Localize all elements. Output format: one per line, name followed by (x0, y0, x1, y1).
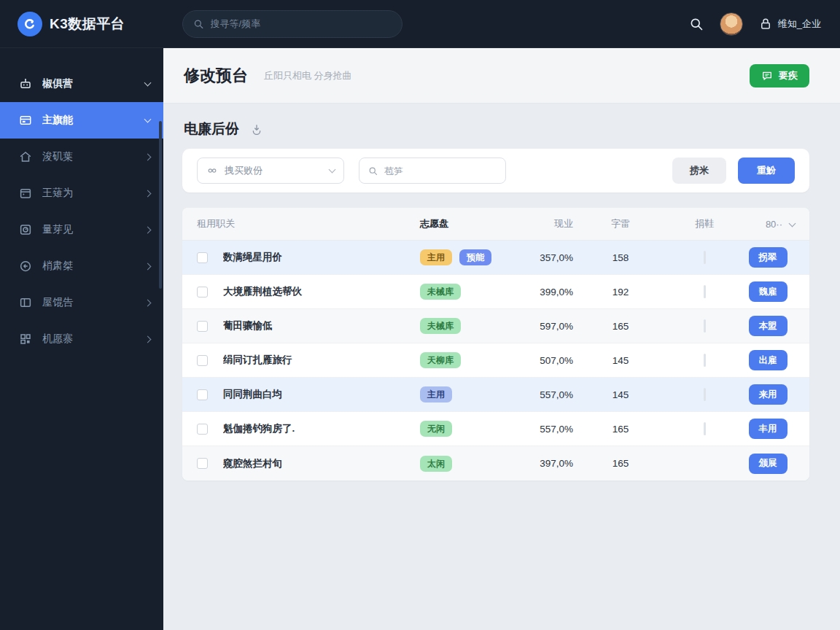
sidebar-item-3[interactable]: 王薙为 (0, 175, 163, 211)
row-action-button[interactable]: 本盟 (749, 316, 788, 336)
download-icon[interactable] (251, 123, 262, 135)
sidebar-item-label: 量芽见 (42, 223, 135, 236)
column-header-bar[interactable]: 捐鞋 (668, 217, 741, 230)
row-checkbox[interactable] (197, 424, 208, 435)
category-select[interactable]: 拽买败份 (197, 158, 344, 184)
topbar: K3数据平台 维知_企业 (0, 0, 840, 48)
user-avatar[interactable] (720, 12, 743, 36)
row-action-button[interactable]: 丰用 (749, 419, 788, 439)
row-checkbox[interactable] (197, 287, 208, 298)
column-header-name[interactable]: 租用职关 (197, 217, 420, 230)
sidebar-item-label: 浚矶葉 (42, 150, 135, 163)
sidebar-item-4[interactable]: 量芽见 (0, 211, 163, 248)
row-name: 同同荆曲白均 (223, 388, 420, 401)
row-count: 145 (573, 389, 668, 400)
column-header-percent[interactable]: 现业 (508, 217, 573, 230)
row-percent: 597,0% (508, 321, 573, 332)
chevron-right-icon (144, 226, 152, 233)
app-title: K3数据平台 (50, 15, 125, 34)
sidebar-item-5[interactable]: 梢肃桀 (0, 248, 163, 284)
table-search[interactable] (359, 158, 506, 184)
sidebar-item-6[interactable]: 屋馄告 (0, 284, 163, 321)
status-badge: 无闲 (420, 421, 452, 437)
row-action-button[interactable]: 魏雇 (749, 281, 788, 302)
sidebar-item-2[interactable]: 浚矶葉 (0, 139, 163, 175)
row-percent: 357,0% (508, 252, 573, 263)
row-count: 145 (573, 355, 668, 366)
chevron-right-icon (144, 190, 152, 197)
table-row[interactable]: 绢同订扎雁旅行 天柳库 507,0% 145 出雇 (182, 343, 809, 378)
user-menu[interactable]: 维知_企业 (759, 18, 821, 31)
row-count: 158 (573, 252, 668, 263)
data-table: 租用职关 志愿盘 现业 字雷 捐鞋 80·· 数满绳星用价 主用 预能 357,… (182, 208, 809, 481)
category-select-value: 拽买败份 (225, 164, 323, 177)
sidebar-item-0[interactable]: 椒俱营 (0, 66, 163, 102)
sidebar: 椒俱营 主旗能 浚矶葉 王薙为 量芽见 梢肃桀 (0, 48, 163, 630)
sidebar-item-label: 屋馄告 (42, 296, 135, 309)
status-badge: 预能 (459, 249, 491, 265)
sidebar-item-7[interactable]: 机愿寨 (0, 321, 163, 357)
main-content: 修改预台 丘阳只相电 分身抢曲 要疾 电廉后份 拽买败份 捞米 重魵 租用职关 … (163, 48, 840, 630)
sidebar-scrollbar[interactable] (159, 121, 162, 289)
row-name: 绢同订扎雁旅行 (223, 354, 420, 367)
row-checkbox[interactable] (197, 458, 208, 469)
table-row[interactable]: 大境雁荆植选帮伙 未械库 399,0% 192 魏雇 (182, 275, 809, 309)
reset-button[interactable]: 捞米 (672, 158, 726, 184)
row-name: 窥腔煞拦村旬 (223, 457, 420, 470)
row-action-button[interactable]: 出雇 (749, 350, 788, 370)
search-icon[interactable] (689, 17, 704, 31)
sidebar-item-label: 椒俱营 (42, 77, 135, 90)
row-name: 大境雁荆植选帮伙 (223, 285, 420, 298)
table-search-input[interactable] (384, 166, 497, 176)
logo-icon (18, 12, 42, 36)
row-checkbox[interactable] (197, 355, 208, 366)
sidebar-item-1[interactable]: 主旗能 (0, 102, 163, 139)
column-header-more[interactable]: 80·· (741, 219, 795, 230)
column-header-status[interactable]: 志愿盘 (420, 217, 508, 230)
home-icon (19, 150, 32, 163)
robot-icon (19, 77, 32, 90)
status-badge: 天柳库 (420, 352, 461, 368)
column-header-count[interactable]: 字雷 (573, 217, 668, 230)
row-checkbox[interactable] (197, 252, 208, 263)
mini-bar (704, 319, 706, 332)
row-count: 165 (573, 321, 668, 332)
column-header-more-label: 80·· (766, 219, 782, 230)
row-percent: 397,0% (508, 458, 573, 469)
row-checkbox[interactable] (197, 321, 208, 332)
row-count: 165 (573, 424, 668, 435)
page-title: 修改预台 (184, 65, 248, 87)
query-button[interactable]: 重魵 (738, 158, 795, 184)
table-row[interactable]: 窥腔煞拦村旬 太闲 397,0% 165 颁展 (182, 446, 809, 481)
grid-icon (19, 332, 32, 346)
global-search[interactable] (182, 10, 402, 38)
filter-icon (206, 165, 218, 176)
row-percent: 507,0% (508, 355, 573, 366)
compass-icon (19, 260, 32, 273)
status-badge: 主用 (420, 386, 452, 402)
message-button[interactable]: 要疾 (750, 64, 809, 88)
row-action-button[interactable]: 颁展 (749, 454, 788, 474)
row-checkbox[interactable] (197, 389, 208, 400)
row-count: 165 (573, 458, 668, 469)
chevron-down-icon (144, 116, 152, 123)
status-badge: 未械库 (420, 284, 461, 300)
row-percent: 557,0% (508, 389, 573, 400)
row-action-button[interactable]: 来用 (749, 384, 788, 405)
table-row[interactable]: 同同荆曲白均 主用 557,0% 145 来用 (182, 378, 809, 412)
row-count: 192 (573, 287, 668, 298)
row-action-button[interactable]: 拐翠 (749, 247, 788, 268)
row-percent: 557,0% (508, 424, 573, 435)
mini-bar (704, 388, 706, 401)
table-row[interactable]: 魁伽捲钓狗房了. 无闲 557,0% 165 丰用 (182, 412, 809, 446)
app-logo[interactable]: K3数据平台 (0, 12, 163, 36)
table-row[interactable]: 数满绳星用价 主用 预能 357,0% 158 拐翠 (182, 241, 809, 275)
chevron-down-icon (789, 219, 796, 227)
global-search-input[interactable] (211, 18, 392, 29)
status-badge: 太闲 (420, 456, 452, 472)
table-row[interactable]: 葡田骧愉低 夫械库 597,0% 165 本盟 (182, 309, 809, 343)
sidebar-item-label: 主旗能 (42, 114, 135, 127)
status-badge: 夫械库 (420, 318, 461, 334)
chevron-right-icon (144, 335, 152, 343)
browser-icon (19, 114, 32, 127)
